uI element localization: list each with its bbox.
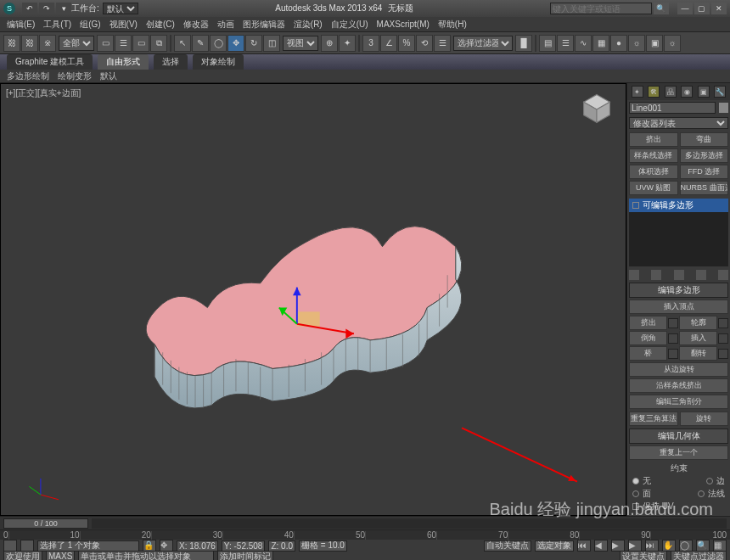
align-icon[interactable]: ▤	[539, 35, 556, 52]
select-rect-icon[interactable]: ▭	[132, 35, 149, 52]
menu-item[interactable]: 帮助(H)	[435, 18, 470, 31]
time-track[interactable]	[92, 518, 727, 529]
menu-item[interactable]: 自定义(U)	[328, 18, 372, 31]
preserve-uv-checkbox[interactable]	[632, 503, 639, 510]
select-name-icon[interactable]: ☰	[115, 35, 132, 52]
select-icon[interactable]: ▭	[97, 35, 114, 52]
edit-poly-button[interactable]: 插入	[679, 331, 717, 345]
turn-button[interactable]: 旋转	[680, 412, 729, 426]
edit-named-sel-icon[interactable]: ☰	[434, 35, 451, 52]
maxscript-label[interactable]: MAXS	[46, 551, 75, 560]
display-panel-icon[interactable]: ▣	[698, 86, 710, 98]
spinner-snap-icon[interactable]: ⟲	[416, 35, 433, 52]
add-time-tag[interactable]: 添加时间标记	[217, 551, 273, 560]
settings-icon[interactable]	[668, 333, 678, 344]
scale-icon[interactable]: ◫	[263, 35, 280, 52]
constraint-none-radio[interactable]	[632, 478, 639, 484]
ribbon-sub-item[interactable]: 多边形绘制	[7, 70, 49, 82]
make-unique-icon[interactable]	[674, 270, 684, 280]
time-slider[interactable]: 0 / 100	[3, 518, 88, 529]
maximize-button[interactable]: ▢	[694, 3, 710, 14]
lasso-icon[interactable]: ◯	[210, 35, 227, 52]
angle-snap-icon[interactable]: ∠	[380, 35, 397, 52]
hinge-from-edge-button[interactable]: 从边旋转	[629, 362, 728, 377]
rollout-edit-polygons[interactable]: 编辑多边形	[629, 283, 728, 298]
snap-toggle-icon[interactable]: 3	[362, 35, 379, 52]
set-key-button[interactable]: 设置关键点	[620, 551, 667, 560]
select-paint-icon[interactable]: ✎	[192, 35, 209, 52]
ribbon-sub-item[interactable]: 绘制变形	[58, 70, 92, 82]
modifier-button[interactable]: 多边形选择	[680, 148, 729, 163]
layer-icon[interactable]: ☰	[557, 35, 574, 52]
menu-item[interactable]: 动画	[214, 18, 238, 31]
coord-system[interactable]: 视图	[283, 36, 318, 51]
redo-icon[interactable]: ↷	[39, 3, 54, 14]
select-object-icon[interactable]: ↖	[174, 35, 191, 52]
selection-filter[interactable]: 全部	[59, 36, 94, 51]
render-icon[interactable]: ☼	[664, 35, 681, 52]
percent-snap-icon[interactable]: %	[398, 35, 415, 52]
retriangulate-button[interactable]: 重复三角算法	[629, 412, 678, 426]
menu-item[interactable]: 编辑(E)	[3, 18, 38, 31]
selected-obj-mode[interactable]: 选定对象	[535, 540, 574, 552]
stack-item-editable-poly[interactable]: 可编辑多边形	[629, 199, 728, 212]
settings-icon[interactable]	[718, 318, 728, 328]
menu-item[interactable]: 视图(V)	[106, 18, 141, 31]
modifier-button[interactable]: FFD 选择	[680, 165, 729, 179]
extrude-along-spline-button[interactable]: 沿样条线挤出	[629, 378, 728, 393]
modifier-list[interactable]: 修改器列表	[629, 117, 728, 129]
settings-icon[interactable]	[668, 318, 678, 328]
configure-sets-icon[interactable]	[718, 270, 728, 280]
edit-poly-button[interactable]: 轮廓	[679, 316, 717, 330]
key-filters-button[interactable]: 关键点过滤器	[671, 551, 727, 560]
menu-item[interactable]: 修改器	[180, 18, 212, 31]
ribbon-tab[interactable]: 选择	[154, 54, 188, 70]
modifier-stack[interactable]: 可编辑多边形	[629, 199, 728, 266]
ribbon-tab[interactable]: 对象绘制	[193, 54, 244, 70]
minimize-button[interactable]: —	[677, 3, 693, 14]
material-icon[interactable]: ●	[610, 35, 627, 52]
move-icon[interactable]: ✥	[227, 35, 244, 52]
repeat-last-button[interactable]: 重复上一个	[629, 445, 728, 460]
pin-stack-icon[interactable]	[629, 270, 639, 280]
modifier-button[interactable]: NURBS 曲面选择	[680, 181, 729, 195]
edit-poly-button[interactable]: 倒角	[629, 331, 667, 345]
help-search-input[interactable]	[550, 3, 652, 14]
modifier-button[interactable]: UVW 贴图	[629, 181, 678, 195]
named-selection[interactable]: 选择过滤器	[453, 36, 513, 51]
ribbon-tab[interactable]: Graphite 建模工具	[7, 54, 93, 70]
ribbon-sub-item[interactable]: 默认	[100, 70, 117, 82]
menu-item[interactable]: 组(G)	[76, 18, 104, 31]
bind-icon[interactable]: ※	[39, 35, 56, 52]
constraint-normal-radio[interactable]	[698, 490, 705, 497]
undo-icon[interactable]: ↶	[22, 3, 37, 14]
menu-item[interactable]: 渲染(R)	[290, 18, 326, 31]
viewport-3d[interactable]	[1, 84, 626, 515]
motion-panel-icon[interactable]: ◉	[681, 86, 693, 98]
constraint-face-radio[interactable]	[632, 490, 639, 497]
menu-item[interactable]: 图形编辑器	[239, 18, 289, 31]
pivot-icon[interactable]: ⊕	[321, 35, 338, 52]
edit-poly-button[interactable]: 挤出	[629, 316, 667, 330]
modifier-button[interactable]: 样条线选择	[629, 148, 678, 163]
rotate-icon[interactable]: ↻	[245, 35, 262, 52]
curve-editor-icon[interactable]: ∿	[575, 35, 592, 52]
window-crossing-icon[interactable]: ⧉	[150, 35, 167, 52]
link-icon[interactable]: ⛓	[3, 35, 20, 52]
schematic-icon[interactable]: ▦	[592, 35, 609, 52]
rollout-edit-geometry[interactable]: 编辑几何体	[629, 428, 728, 444]
edit-poly-button[interactable]: 翻转	[679, 346, 717, 361]
settings-icon[interactable]	[668, 349, 678, 359]
render-frame-icon[interactable]: ▣	[646, 35, 663, 52]
dropdown-icon[interactable]: ▾	[56, 3, 71, 14]
unlink-icon[interactable]: ⛓	[21, 35, 38, 52]
menu-item[interactable]: MAXScript(M)	[373, 19, 433, 30]
object-name-field[interactable]	[629, 102, 716, 114]
hierarchy-panel-icon[interactable]: 品	[665, 86, 677, 98]
goto-start-icon[interactable]: ⏮	[577, 540, 591, 552]
mirror-icon[interactable]: ▐▌	[515, 35, 532, 52]
modifier-button[interactable]: 体积选择	[629, 165, 678, 179]
modifier-button[interactable]: 弯曲	[680, 132, 729, 147]
prev-frame-icon[interactable]: ◀	[594, 540, 608, 552]
track-bar[interactable]: 0102030405060708090100	[0, 530, 730, 540]
